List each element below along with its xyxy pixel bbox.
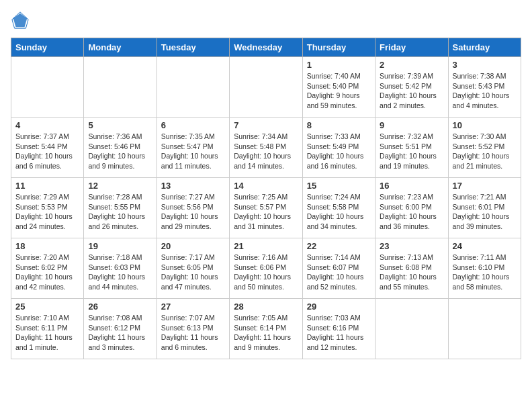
calendar-cell: 12Sunrise: 7:28 AMSunset: 5:55 PMDayligh…	[84, 178, 157, 238]
calendar-cell: 21Sunrise: 7:16 AMSunset: 6:06 PMDayligh…	[230, 238, 302, 299]
day-number: 3	[453, 60, 517, 70]
header-row: SundayMondayTuesdayWednesdayThursdayFrid…	[11, 38, 521, 57]
calendar-cell: 26Sunrise: 7:08 AMSunset: 6:12 PMDayligh…	[84, 299, 157, 359]
day-number: 4	[15, 120, 79, 130]
day-number: 6	[161, 120, 225, 130]
calendar-cell	[84, 57, 157, 118]
calendar-cell: 3Sunrise: 7:38 AMSunset: 5:43 PMDaylight…	[448, 57, 521, 118]
day-info: Sunrise: 7:37 AMSunset: 5:44 PMDaylight:…	[15, 132, 79, 171]
calendar-cell	[448, 299, 521, 359]
calendar-cell: 22Sunrise: 7:14 AMSunset: 6:07 PMDayligh…	[302, 238, 375, 299]
day-number: 20	[161, 241, 225, 251]
calendar-cell: 8Sunrise: 7:33 AMSunset: 5:49 PMDaylight…	[302, 118, 375, 178]
day-number: 19	[88, 241, 152, 251]
day-info: Sunrise: 7:16 AMSunset: 6:06 PMDaylight:…	[234, 253, 298, 292]
day-number: 28	[234, 302, 298, 312]
calendar-cell	[375, 299, 448, 359]
day-info: Sunrise: 7:05 AMSunset: 6:14 PMDaylight:…	[234, 313, 298, 353]
day-number: 27	[161, 302, 225, 312]
calendar-cell	[11, 57, 84, 118]
calendar-cell: 9Sunrise: 7:32 AMSunset: 5:51 PMDaylight…	[375, 118, 448, 178]
day-number: 14	[234, 181, 298, 191]
day-info: Sunrise: 7:38 AMSunset: 5:43 PMDaylight:…	[453, 71, 517, 111]
day-info: Sunrise: 7:30 AMSunset: 5:52 PMDaylight:…	[453, 132, 517, 171]
calendar-cell: 27Sunrise: 7:07 AMSunset: 6:13 PMDayligh…	[157, 299, 229, 359]
calendar-cell: 19Sunrise: 7:18 AMSunset: 6:03 PMDayligh…	[84, 238, 157, 299]
calendar-cell: 4Sunrise: 7:37 AMSunset: 5:44 PMDaylight…	[11, 118, 84, 178]
day-number: 9	[380, 120, 443, 130]
calendar-cell	[157, 57, 229, 118]
day-number: 18	[15, 241, 79, 251]
page-header	[11, 11, 521, 30]
day-info: Sunrise: 7:25 AMSunset: 5:57 PMDaylight:…	[234, 192, 298, 232]
day-info: Sunrise: 7:29 AMSunset: 5:53 PMDaylight:…	[15, 192, 79, 232]
calendar-cell: 5Sunrise: 7:36 AMSunset: 5:46 PMDaylight…	[84, 118, 157, 178]
column-header-friday: Friday	[375, 38, 448, 57]
week-row-3: 11Sunrise: 7:29 AMSunset: 5:53 PMDayligh…	[11, 178, 521, 238]
day-info: Sunrise: 7:35 AMSunset: 5:47 PMDaylight:…	[161, 132, 225, 171]
day-info: Sunrise: 7:17 AMSunset: 6:05 PMDaylight:…	[161, 253, 225, 292]
column-header-thursday: Thursday	[302, 38, 375, 57]
day-info: Sunrise: 7:03 AMSunset: 6:16 PMDaylight:…	[307, 313, 371, 353]
day-number: 17	[453, 181, 517, 191]
week-row-4: 18Sunrise: 7:20 AMSunset: 6:02 PMDayligh…	[11, 238, 521, 299]
day-info: Sunrise: 7:13 AMSunset: 6:08 PMDaylight:…	[380, 253, 443, 292]
day-number: 22	[307, 241, 371, 251]
day-number: 15	[307, 181, 371, 191]
column-header-tuesday: Tuesday	[157, 38, 229, 57]
day-number: 16	[380, 181, 443, 191]
calendar-cell: 13Sunrise: 7:27 AMSunset: 5:56 PMDayligh…	[157, 178, 229, 238]
svg-marker-0	[13, 13, 28, 28]
day-info: Sunrise: 7:27 AMSunset: 5:56 PMDaylight:…	[161, 192, 225, 232]
day-info: Sunrise: 7:11 AMSunset: 6:10 PMDaylight:…	[453, 253, 517, 292]
day-info: Sunrise: 7:24 AMSunset: 5:58 PMDaylight:…	[307, 192, 371, 232]
day-number: 26	[88, 302, 152, 312]
calendar-cell	[230, 57, 302, 118]
calendar-cell: 17Sunrise: 7:21 AMSunset: 6:01 PMDayligh…	[448, 178, 521, 238]
calendar-cell: 28Sunrise: 7:05 AMSunset: 6:14 PMDayligh…	[230, 299, 302, 359]
day-number: 25	[15, 302, 79, 312]
column-header-saturday: Saturday	[448, 38, 521, 57]
day-info: Sunrise: 7:34 AMSunset: 5:48 PMDaylight:…	[234, 132, 298, 171]
day-info: Sunrise: 7:39 AMSunset: 5:42 PMDaylight:…	[380, 71, 443, 111]
column-header-wednesday: Wednesday	[230, 38, 302, 57]
day-number: 11	[15, 181, 79, 191]
week-row-5: 25Sunrise: 7:10 AMSunset: 6:11 PMDayligh…	[11, 299, 521, 359]
day-number: 29	[307, 302, 371, 312]
calendar-cell: 18Sunrise: 7:20 AMSunset: 6:02 PMDayligh…	[11, 238, 84, 299]
calendar-cell: 24Sunrise: 7:11 AMSunset: 6:10 PMDayligh…	[448, 238, 521, 299]
day-info: Sunrise: 7:20 AMSunset: 6:02 PMDaylight:…	[15, 253, 79, 292]
day-info: Sunrise: 7:36 AMSunset: 5:46 PMDaylight:…	[88, 132, 152, 171]
week-row-1: 1Sunrise: 7:40 AMSunset: 5:40 PMDaylight…	[11, 57, 521, 118]
day-info: Sunrise: 7:07 AMSunset: 6:13 PMDaylight:…	[161, 313, 225, 353]
day-number: 8	[307, 120, 371, 130]
calendar-cell: 14Sunrise: 7:25 AMSunset: 5:57 PMDayligh…	[230, 178, 302, 238]
day-number: 2	[380, 60, 443, 70]
day-info: Sunrise: 7:10 AMSunset: 6:11 PMDaylight:…	[15, 313, 79, 353]
day-info: Sunrise: 7:08 AMSunset: 6:12 PMDaylight:…	[88, 313, 152, 353]
calendar-cell: 15Sunrise: 7:24 AMSunset: 5:58 PMDayligh…	[302, 178, 375, 238]
day-info: Sunrise: 7:40 AMSunset: 5:40 PMDaylight:…	[307, 71, 371, 111]
calendar-cell: 20Sunrise: 7:17 AMSunset: 6:05 PMDayligh…	[157, 238, 229, 299]
calendar-cell: 6Sunrise: 7:35 AMSunset: 5:47 PMDaylight…	[157, 118, 229, 178]
calendar-cell: 16Sunrise: 7:23 AMSunset: 6:00 PMDayligh…	[375, 178, 448, 238]
day-info: Sunrise: 7:23 AMSunset: 6:00 PMDaylight:…	[380, 192, 443, 232]
day-info: Sunrise: 7:21 AMSunset: 6:01 PMDaylight:…	[453, 192, 517, 232]
day-number: 5	[88, 120, 152, 130]
day-info: Sunrise: 7:14 AMSunset: 6:07 PMDaylight:…	[307, 253, 371, 292]
day-info: Sunrise: 7:28 AMSunset: 5:55 PMDaylight:…	[88, 192, 152, 232]
calendar-cell: 11Sunrise: 7:29 AMSunset: 5:53 PMDayligh…	[11, 178, 84, 238]
column-header-monday: Monday	[84, 38, 157, 57]
day-info: Sunrise: 7:32 AMSunset: 5:51 PMDaylight:…	[380, 132, 443, 171]
day-number: 12	[88, 181, 152, 191]
calendar-table: SundayMondayTuesdayWednesdayThursdayFrid…	[11, 38, 521, 359]
day-number: 1	[307, 60, 371, 70]
calendar-cell: 1Sunrise: 7:40 AMSunset: 5:40 PMDaylight…	[302, 57, 375, 118]
calendar-cell: 25Sunrise: 7:10 AMSunset: 6:11 PMDayligh…	[11, 299, 84, 359]
logo	[11, 11, 32, 30]
day-info: Sunrise: 7:33 AMSunset: 5:49 PMDaylight:…	[307, 132, 371, 171]
logo-icon	[11, 11, 30, 30]
day-number: 10	[453, 120, 517, 130]
day-number: 13	[161, 181, 225, 191]
calendar-cell: 10Sunrise: 7:30 AMSunset: 5:52 PMDayligh…	[448, 118, 521, 178]
